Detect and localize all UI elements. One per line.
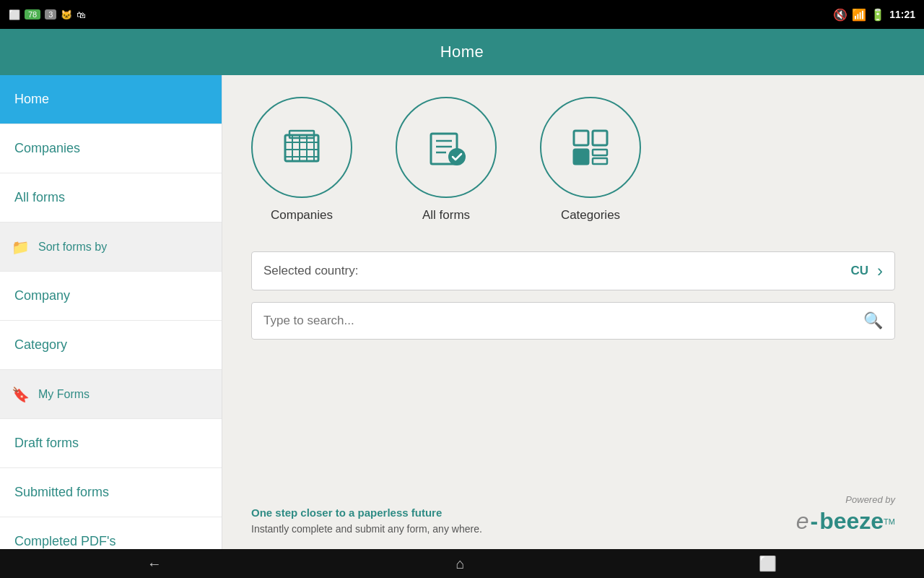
- building-svg: [276, 122, 327, 173]
- home-button[interactable]: ⌂: [441, 551, 479, 577]
- country-value: CU: [850, 264, 868, 278]
- ebeeze-e: e: [796, 508, 809, 535]
- all-forms-icon-label: All forms: [422, 208, 470, 223]
- svg-rect-14: [574, 131, 588, 145]
- sidebar-item-company[interactable]: Company: [0, 272, 222, 321]
- all-forms-icon-item[interactable]: All forms: [396, 97, 497, 223]
- companies-circle: [251, 97, 352, 198]
- bottom-section: One step closer to a paperless future In…: [251, 494, 895, 535]
- svg-rect-15: [593, 131, 607, 145]
- sidebar-allforms-label: All forms: [14, 190, 65, 205]
- tagline-block: One step closer to a paperless future In…: [251, 506, 482, 535]
- sidebar-item-home[interactable]: Home: [0, 75, 222, 124]
- forms-svg: [421, 122, 471, 173]
- sidebar-item-sort-forms[interactable]: 📁 Sort forms by: [0, 223, 222, 272]
- categories-circle: [540, 97, 641, 198]
- cat-icon: 🐱: [61, 9, 72, 20]
- ebeeze-logo: e - beeze TM: [796, 508, 895, 535]
- status-bar-right: 🔇 📶 🔋 11:21: [833, 8, 915, 22]
- sidebar-home-label: Home: [14, 92, 49, 107]
- sidebar-sortforms-label: Sort forms by: [38, 241, 107, 254]
- country-selector-label: Selected country:: [263, 264, 850, 278]
- search-input[interactable]: [263, 314, 863, 328]
- ebeeze-brand: beeze: [819, 508, 884, 535]
- mute-icon: 🔇: [833, 8, 847, 22]
- bag-icon: 🛍: [77, 9, 86, 20]
- companies-icon-label: Companies: [271, 208, 333, 223]
- search-icon[interactable]: 🔍: [863, 311, 883, 330]
- badge-3: 3: [45, 9, 56, 20]
- powered-by: Powered by e - beeze TM: [796, 494, 895, 535]
- time-display: 11:21: [889, 9, 915, 20]
- status-bar-left: ⬜ 78 3 🐱 🛍: [9, 9, 86, 20]
- sidebar-item-all-forms[interactable]: All forms: [0, 173, 222, 223]
- sidebar-companies-label: Companies: [14, 141, 80, 156]
- country-selector[interactable]: Selected country: CU ›: [251, 251, 895, 290]
- nav-bar: ← ⌂ ⬜: [0, 549, 924, 578]
- main-icon-row: Companies All forms: [251, 97, 895, 223]
- bookmark-icon: 🔖: [12, 386, 30, 403]
- sidebar: Home Companies All forms 📁 Sort forms by…: [0, 75, 222, 549]
- svg-rect-16: [574, 150, 588, 164]
- sidebar-item-submitted-forms[interactable]: Submitted forms: [0, 468, 222, 517]
- ebeeze-dash: -: [811, 508, 819, 535]
- powered-text: Powered by: [845, 494, 895, 505]
- companies-icon-item[interactable]: Companies: [251, 97, 352, 223]
- back-button[interactable]: ←: [133, 551, 176, 577]
- tagline-subtitle: Instantly complete and submit any form, …: [251, 523, 482, 535]
- badge-78: 78: [25, 9, 40, 20]
- categories-icon-label: Categories: [561, 208, 620, 223]
- app-title: Home: [440, 43, 484, 61]
- sidebar-item-companies[interactable]: Companies: [0, 124, 222, 173]
- svg-rect-17: [593, 150, 607, 155]
- folder-icon: 📁: [12, 238, 30, 256]
- sidebar-myforms-label: My Forms: [38, 388, 90, 401]
- sidebar-item-completed-pdfs[interactable]: Completed PDF's: [0, 517, 222, 549]
- sidebar-item-my-forms[interactable]: 🔖 My Forms: [0, 370, 222, 419]
- chevron-right-icon: ›: [877, 261, 883, 281]
- sidebar-item-category[interactable]: Category: [0, 321, 222, 370]
- battery-icon: 🔋: [871, 8, 885, 22]
- sidebar-completedpdfs-label: Completed PDF's: [14, 534, 116, 549]
- svg-point-13: [448, 148, 466, 165]
- ebeeze-tm: TM: [884, 517, 895, 526]
- categories-svg: [565, 122, 616, 173]
- search-box: 🔍: [251, 302, 895, 340]
- content-area: Companies All forms: [222, 75, 924, 549]
- tagline-title: One step closer to a paperless future: [251, 506, 482, 519]
- svg-rect-18: [593, 158, 607, 164]
- sidebar-company-label: Company: [14, 288, 70, 303]
- recent-button[interactable]: ⬜: [744, 551, 791, 577]
- sidebar-submittedforms-label: Submitted forms: [14, 485, 109, 500]
- main-layout: Home Companies All forms 📁 Sort forms by…: [0, 75, 924, 549]
- sidebar-category-label: Category: [14, 337, 67, 353]
- sidebar-draftforms-label: Draft forms: [14, 436, 79, 451]
- all-forms-circle: [396, 97, 497, 198]
- sidebar-item-draft-forms[interactable]: Draft forms: [0, 419, 222, 468]
- screen-icon: ⬜: [9, 9, 20, 20]
- app-header: Home: [0, 29, 924, 75]
- categories-icon-item[interactable]: Categories: [540, 97, 641, 223]
- status-bar: ⬜ 78 3 🐱 🛍 🔇 📶 🔋 11:21: [0, 0, 924, 29]
- wifi-icon: 📶: [852, 8, 866, 22]
